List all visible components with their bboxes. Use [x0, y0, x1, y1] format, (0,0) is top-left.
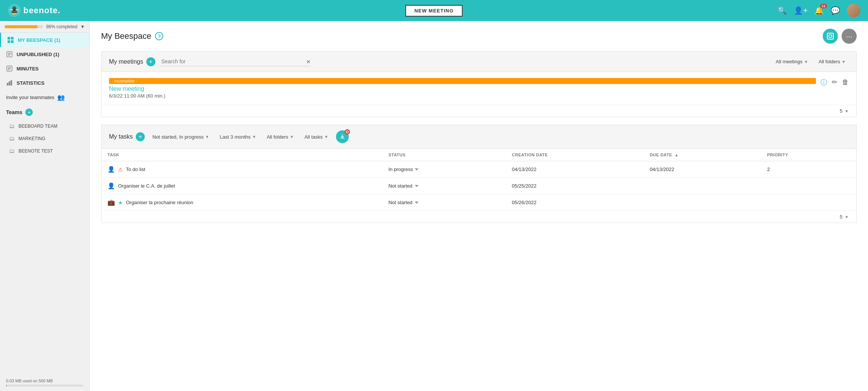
svg-rect-12	[11, 40, 14, 43]
page-title: My Beespace	[101, 31, 151, 41]
task-creation-date: 04/13/2022	[506, 161, 644, 178]
sidebar-item-label: STATISTICS	[17, 80, 44, 86]
chevron-down-icon: ▼	[842, 60, 846, 64]
export-button[interactable]	[336, 130, 349, 143]
search-input[interactable]	[160, 57, 311, 66]
tasks-body: 👤 ⚠ To do list In progress Not started I…	[101, 161, 856, 211]
progress-bar	[5, 25, 43, 28]
logo-icon	[8, 4, 21, 17]
sidebar-item-minutes[interactable]: MINUTES	[0, 61, 89, 76]
sidebar-item-label: MY BEESPACE (1)	[18, 37, 60, 43]
status-select[interactable]: In progress Not started In progress Comp…	[388, 166, 419, 172]
storage-text: 0.03 MB used on 500 MB	[6, 379, 53, 383]
sync-arrows-icon	[345, 130, 349, 134]
svg-rect-22	[9, 81, 10, 86]
task-name-cell: 👤 ⚠ To do list	[101, 161, 382, 178]
notification-badge: 11	[820, 4, 827, 8]
team-icon: 🗂	[9, 135, 15, 142]
invite-teammates-item[interactable]: Invite your teammates 👥	[0, 90, 89, 105]
chevron-down-icon[interactable]: ▼	[845, 215, 849, 219]
date-filter[interactable]: Last 3 months ▼	[217, 133, 259, 141]
col-due-date[interactable]: DUE DATE ▲	[644, 149, 761, 161]
new-meeting-button[interactable]: NEW MEETING	[405, 5, 463, 17]
per-page-value: 5	[840, 108, 842, 114]
add-task-button[interactable]: +	[136, 132, 145, 141]
status-select[interactable]: Not started Not started In progress Comp…	[388, 200, 419, 205]
logo-text: beenote.	[23, 6, 60, 15]
sidebar-item-label: UNPUBLISHED (1)	[17, 52, 59, 57]
task-creation-date: 05/25/2022	[506, 178, 644, 194]
tasks-header-row: TASK STATUS CREATION DATE DUE DATE ▲	[101, 149, 856, 161]
chat-icon[interactable]: 💬	[831, 6, 840, 15]
my-beespace-icon	[7, 37, 14, 43]
task-name: To do list	[126, 166, 145, 172]
meeting-name[interactable]: New meeting	[109, 86, 816, 92]
teams-label: Teams	[6, 109, 22, 115]
task-name-cell: 👤 Organiser le C.A. de juillet	[101, 178, 382, 194]
per-page-value: 5	[840, 214, 842, 220]
add-user-icon[interactable]: 👤+	[794, 6, 808, 15]
meeting-status-badge: · Incomplete ·	[109, 78, 816, 84]
team-beenote-test[interactable]: 🗂 BEENOTE TEST	[0, 145, 89, 157]
user-avatar[interactable]	[847, 4, 860, 17]
add-meeting-button[interactable]: +	[146, 57, 155, 66]
task-status-cell: Not started Not started In progress Comp…	[382, 178, 506, 194]
team-marketing[interactable]: 🗂 MARKETING	[0, 132, 89, 145]
all-folders-filter[interactable]: All folders ▼	[816, 57, 849, 66]
export-badge	[345, 129, 350, 134]
task-priority: 2	[761, 161, 856, 178]
task-due-date	[644, 178, 761, 194]
briefcase-icon: 💼	[107, 199, 115, 206]
export-icon	[339, 134, 345, 140]
view-toggle-button[interactable]	[823, 29, 838, 44]
add-team-button[interactable]: +	[25, 108, 33, 116]
storage-bar	[6, 385, 83, 386]
all-meetings-filter[interactable]: All meetings ▼	[773, 57, 811, 66]
tasks-folders-filter[interactable]: All folders ▼	[264, 133, 297, 141]
sidebar-item-my-beespace[interactable]: MY BEESPACE (1)	[0, 33, 89, 47]
statistics-icon	[6, 79, 13, 86]
progress-text: 86% completed	[46, 24, 77, 29]
chevron-down-icon[interactable]: ▼	[845, 109, 849, 113]
status-select[interactable]: Not started Not started In progress Comp…	[388, 183, 419, 189]
svg-point-5	[9, 9, 13, 11]
person-icon: 👤	[107, 182, 115, 189]
minutes-icon	[6, 65, 13, 72]
page-header: My Beespace ? ···	[101, 29, 857, 44]
info-icon[interactable]: ⓘ	[820, 78, 827, 87]
chevron-down-icon: ▼	[205, 134, 209, 139]
svg-rect-11	[8, 40, 10, 43]
meeting-actions: ✏ 🗑	[832, 78, 849, 86]
search-clear-icon[interactable]: ✕	[306, 59, 311, 65]
sidebar-item-unpublished[interactable]: UNPUBLISHED (1)	[0, 47, 89, 61]
delete-icon[interactable]: 🗑	[842, 78, 849, 86]
task-status-cell: In progress Not started In progress Comp…	[382, 161, 506, 178]
meetings-pagination: 5 ▼	[101, 105, 856, 117]
progress-fill	[5, 25, 38, 28]
warning-icon: ⚠	[118, 166, 123, 173]
edit-icon[interactable]: ✏	[832, 78, 837, 86]
all-tasks-filter[interactable]: All tasks ▼	[301, 133, 331, 141]
meeting-item: · Incomplete · New meeting 6/3/22 11:00 …	[101, 72, 856, 105]
meetings-toolbar: My meetings + ✕ All meetings ▼ All folde…	[101, 52, 856, 72]
team-beeboard[interactable]: 🗂 BEEBOARD TEAM	[0, 120, 89, 132]
status-filter[interactable]: Not started, In progress ▼	[149, 133, 212, 141]
progress-chevron-icon[interactable]: ▼	[80, 24, 85, 29]
meeting-details: · Incomplete · New meeting 6/3/22 11:00 …	[109, 78, 816, 99]
svg-rect-24	[827, 33, 833, 39]
logo[interactable]: beenote.	[8, 4, 60, 17]
task-due-date: 04/13/2022	[644, 161, 761, 178]
star-icon: ★	[118, 200, 123, 206]
search-icon[interactable]: 🔍	[778, 6, 787, 15]
meeting-date: 6/3/22 11:00 AM (60 min.)	[109, 93, 816, 99]
invite-teammates-label: Invite your teammates	[6, 95, 54, 100]
menu-dots-icon: ···	[846, 32, 853, 41]
unpublished-icon	[6, 51, 13, 58]
help-icon[interactable]: ?	[155, 32, 163, 40]
task-status-cell: Not started Not started In progress Comp…	[382, 194, 506, 211]
sidebar-item-statistics[interactable]: STATISTICS	[0, 76, 89, 90]
menu-button[interactable]: ···	[842, 29, 857, 44]
sidebar: 86% completed ▼ MY BEESPACE (1) UNPUBLIS…	[0, 21, 90, 391]
chevron-down-icon: ▼	[804, 60, 808, 64]
notification-icon[interactable]: 🔔 11	[814, 6, 824, 15]
